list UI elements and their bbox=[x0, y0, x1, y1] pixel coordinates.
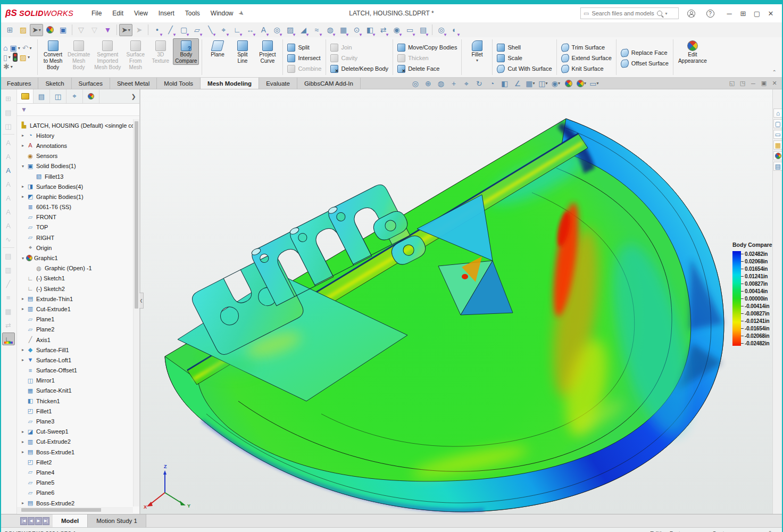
filter-surfaces-icon[interactable]: ◍▼ bbox=[323, 24, 337, 36]
tree-item-surface-bodies-4-[interactable]: ▸◨Surface Bodies(4) bbox=[17, 181, 133, 192]
view-settings-icon[interactable]: ▭▾ bbox=[588, 78, 600, 88]
ribbon-collapse-icon[interactable]: ⌃ bbox=[767, 67, 782, 77]
tree-item-extrude-thin1[interactable]: ▸▤Extrude-Thin1 bbox=[17, 294, 133, 304]
tree-item-origin[interactable]: ⌖Origin bbox=[17, 243, 133, 253]
expand-closed-icon[interactable]: ▸ bbox=[20, 429, 26, 434]
tree-item-history[interactable]: ▸◔History bbox=[17, 130, 133, 140]
expand-closed-icon[interactable]: ▸ bbox=[20, 347, 26, 352]
latch-housing-model[interactable]: Z X Y bbox=[140, 89, 772, 514]
expand-closed-icon[interactable]: ▸ bbox=[20, 143, 26, 148]
expand-closed-icon[interactable]: ▸ bbox=[20, 501, 26, 505]
tree-root-item[interactable]: ▙LATCH, HOUSING (Default) <sinngle col bbox=[17, 120, 133, 130]
magnifier-icon[interactable]: ◔ bbox=[486, 78, 498, 88]
text-edit-icon[interactable]: A bbox=[2, 150, 15, 163]
tab-configuration-manager[interactable]: ◫ bbox=[50, 89, 66, 103]
filter-hatch-icon[interactable]: ▨▼ bbox=[284, 24, 297, 36]
pin-menu-icon[interactable]: ➤ bbox=[237, 9, 246, 18]
filter-mates-icon[interactable]: ◉▼ bbox=[390, 24, 403, 36]
text-add-icon[interactable]: A bbox=[2, 178, 15, 190]
overlap-bodies-icon[interactable]: ◫ bbox=[2, 120, 15, 132]
tree-item-plane2[interactable]: ▱Plane2 bbox=[17, 325, 133, 335]
tree-item-fillet2[interactable]: ◰Fillet2 bbox=[17, 457, 133, 467]
filter-planes-icon[interactable]: ▱▼ bbox=[190, 24, 204, 36]
menu-view[interactable]: View bbox=[130, 7, 152, 19]
tree-filter-icon[interactable]: ▼ bbox=[21, 106, 27, 113]
tree-item-cut-extrude1[interactable]: ▸▥Cut-Extrude1 bbox=[17, 304, 133, 314]
model-tab-scroll-1[interactable]: ◀ bbox=[28, 517, 35, 525]
tree-item-solid-bodies-1-[interactable]: ▾▣Solid Bodies(1) bbox=[17, 161, 133, 171]
view-orientation-icon[interactable]: ◉▾ bbox=[550, 78, 562, 88]
tree-item--sketch1[interactable]: ∟(-) Sketch1 bbox=[17, 273, 133, 284]
tab-mesh-modeling[interactable]: Mesh Modeling bbox=[201, 78, 259, 89]
tree-vertical-scrollbar[interactable] bbox=[133, 119, 139, 506]
tree-horizontal-scrollbar[interactable] bbox=[17, 507, 133, 513]
tree-item-cut-sweep1[interactable]: ▸◪Cut-Sweep1 bbox=[17, 427, 133, 437]
tab-features[interactable]: Features bbox=[0, 78, 38, 89]
pan-icon[interactable]: + bbox=[448, 78, 460, 88]
expand-closed-icon[interactable]: ▸ bbox=[20, 133, 26, 138]
extend-surface-button[interactable]: Extend Surface bbox=[560, 53, 613, 63]
tree-item-sensors[interactable]: ◉Sensors bbox=[17, 151, 133, 161]
tab-display-manager[interactable] bbox=[83, 89, 99, 103]
tree-hscroll-thumb[interactable] bbox=[21, 508, 101, 512]
tree-item-plane3[interactable]: ▱Plane3 bbox=[17, 416, 133, 426]
text-export-icon[interactable]: A bbox=[2, 164, 15, 177]
home-button[interactable]: ⌂ bbox=[3, 44, 7, 52]
split-button[interactable]: Split bbox=[286, 43, 311, 53]
filter-blocks-icon[interactable]: ▭▼ bbox=[403, 24, 417, 36]
section-view-icon[interactable]: ◧ bbox=[499, 78, 511, 88]
filter-routing-icon[interactable]: ⇄▼ bbox=[377, 24, 390, 36]
tree-item-surface-fill1[interactable]: ▸◆Surface-Fill1 bbox=[17, 345, 133, 355]
tree-item-boss-extrude1[interactable]: ▸▤Boss-Extrude1 bbox=[17, 447, 133, 457]
tree-item-axis1[interactable]: ╱Axis1 bbox=[17, 335, 133, 345]
new-document-button[interactable]: ▯▾ bbox=[3, 53, 11, 62]
maximize-button[interactable]: ▢ bbox=[750, 7, 764, 20]
expand-closed-icon[interactable]: ▸ bbox=[20, 439, 26, 444]
tree-vscroll-thumb[interactable] bbox=[135, 121, 138, 309]
options-button[interactable]: ✱▾ bbox=[3, 63, 13, 70]
task-pane-library-icon[interactable]: ▭ bbox=[773, 130, 782, 139]
tree-item-thicken1[interactable]: ◧Thicken1 bbox=[17, 396, 133, 406]
task-pane-properties-icon[interactable]: ▤ bbox=[773, 162, 782, 171]
search-icon[interactable] bbox=[657, 11, 662, 16]
measure-icon[interactable]: ∠ bbox=[512, 78, 523, 88]
zoom-to-scale-icon[interactable]: ⊕ bbox=[422, 78, 434, 88]
filter-dimensions-icon[interactable]: ↔▼ bbox=[244, 24, 257, 36]
filter-welds-icon[interactable]: ◢▼ bbox=[297, 24, 310, 36]
filter-clear-icon[interactable]: ▽ bbox=[74, 24, 88, 36]
new-window-icon[interactable]: ⊞ bbox=[3, 24, 16, 36]
expand-closed-icon[interactable]: ▸ bbox=[20, 194, 26, 199]
open-button[interactable]: ▨▾ bbox=[20, 53, 30, 62]
tab-surfaces[interactable]: Surfaces bbox=[72, 78, 110, 89]
dock-window-button[interactable]: ⊞ bbox=[736, 7, 750, 20]
trim-surface-button[interactable]: Trim Surface bbox=[560, 43, 607, 53]
filter-solids-icon[interactable]: ▦▼ bbox=[337, 24, 350, 36]
tab-feature-manager[interactable] bbox=[17, 89, 34, 103]
tree-item-plane6[interactable]: ▱Plane6 bbox=[17, 488, 133, 498]
intersect-button[interactable]: Intersect bbox=[286, 53, 322, 63]
tree-item-top[interactable]: ▱TOP bbox=[17, 222, 133, 232]
status-custom-toolbar[interactable]: Custom▴ bbox=[712, 530, 737, 532]
menu-window[interactable]: Window bbox=[206, 7, 238, 19]
text-print-icon[interactable]: A bbox=[2, 205, 15, 218]
task-pane-appearances-icon[interactable] bbox=[773, 151, 782, 160]
split-line-button[interactable]: SplitLine bbox=[230, 38, 255, 65]
stacked-bodies-icon[interactable]: ▤ bbox=[2, 106, 15, 119]
project-curve-button[interactable]: ProjectCurve bbox=[255, 38, 280, 65]
tab-evaluate[interactable]: Evaluate bbox=[259, 78, 297, 89]
filter-faces-icon[interactable]: ▢▼ bbox=[177, 24, 190, 36]
tree-item-surface-offset1[interactable]: ≡Surface-Offset1 bbox=[17, 365, 133, 376]
tree-item-front[interactable]: ▱FRONT bbox=[17, 212, 133, 222]
mass-properties-icon[interactable]: ▦▾ bbox=[524, 78, 536, 88]
restore-pane-icon[interactable]: ▣ bbox=[760, 79, 768, 88]
zoom-in-out-icon[interactable]: ⌖ bbox=[461, 78, 472, 88]
search-input[interactable] bbox=[592, 10, 654, 16]
filter-origins-icon[interactable]: ⌖▼ bbox=[217, 24, 230, 36]
expand-open-icon[interactable]: ▾ bbox=[20, 256, 26, 261]
close-pane-icon[interactable]: ✕ bbox=[770, 79, 779, 88]
dock-right-pane-icon[interactable]: ◳ bbox=[738, 79, 747, 88]
sheet-stack-icon[interactable]: ▥ bbox=[2, 263, 15, 276]
zoom-to-area-icon[interactable]: ◍ bbox=[435, 78, 447, 88]
filter-sketch-icon[interactable]: ∟▼ bbox=[230, 24, 244, 36]
tree-item-graphic1[interactable]: ▾Graphic1 bbox=[17, 253, 133, 263]
